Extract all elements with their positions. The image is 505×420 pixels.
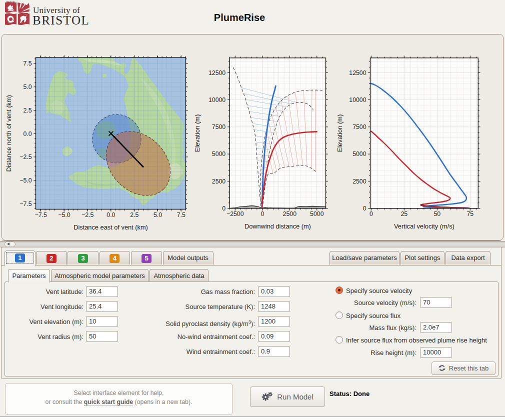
svg-text:0.0: 0.0 (23, 130, 32, 138)
svg-text:Distance east of vent (km): Distance east of vent (km) (74, 224, 148, 231)
svg-text:7.5: 7.5 (177, 212, 186, 218)
svg-text:0: 0 (363, 205, 366, 212)
svg-text:−7.5: −7.5 (34, 212, 46, 218)
svg-text:Distance north of vent (km): Distance north of vent (km) (5, 95, 12, 172)
svg-text:7500: 7500 (212, 124, 226, 130)
svg-text:Elevation (m): Elevation (m) (194, 114, 201, 152)
svg-text:−5.0: −5.0 (20, 177, 32, 184)
svg-text:2.5: 2.5 (130, 212, 138, 218)
svg-text:5000: 5000 (212, 150, 226, 158)
svg-text:2500: 2500 (352, 178, 366, 185)
svg-text:5.0: 5.0 (154, 212, 162, 218)
svg-text:12500: 12500 (349, 70, 366, 76)
svg-text:25: 25 (400, 210, 408, 218)
svg-text:2500: 2500 (283, 210, 297, 218)
svg-text:−7.5: −7.5 (20, 200, 32, 208)
svg-text:7.5: 7.5 (23, 60, 32, 67)
svg-text:5000: 5000 (352, 150, 366, 158)
svg-text:5.0: 5.0 (23, 84, 32, 90)
svg-text:Elevation (m): Elevation (m) (336, 114, 344, 152)
svg-text:−2.5: −2.5 (20, 154, 32, 160)
svg-text:7500: 7500 (352, 124, 366, 130)
svg-text:2.5: 2.5 (23, 107, 32, 114)
svg-text:−2.5: −2.5 (82, 212, 94, 218)
svg-text:5000: 5000 (310, 210, 324, 218)
svg-text:Vertical velocity (m/s): Vertical velocity (m/s) (394, 222, 454, 230)
svg-text:−5.0: −5.0 (58, 212, 70, 218)
svg-text:10000: 10000 (349, 96, 366, 104)
svg-text:Downwind distance (m): Downwind distance (m) (244, 222, 311, 230)
svg-text:12500: 12500 (208, 70, 226, 76)
svg-text:10000: 10000 (208, 96, 226, 104)
svg-text:2500: 2500 (212, 178, 226, 185)
svg-text:0: 0 (370, 210, 373, 218)
svg-text:75: 75 (466, 210, 474, 218)
svg-text:0.0: 0.0 (106, 212, 115, 218)
svg-text:50: 50 (434, 210, 440, 218)
svg-text:−2500: −2500 (226, 210, 244, 218)
svg-text:0: 0 (260, 210, 264, 218)
svg-text:0: 0 (222, 205, 226, 212)
